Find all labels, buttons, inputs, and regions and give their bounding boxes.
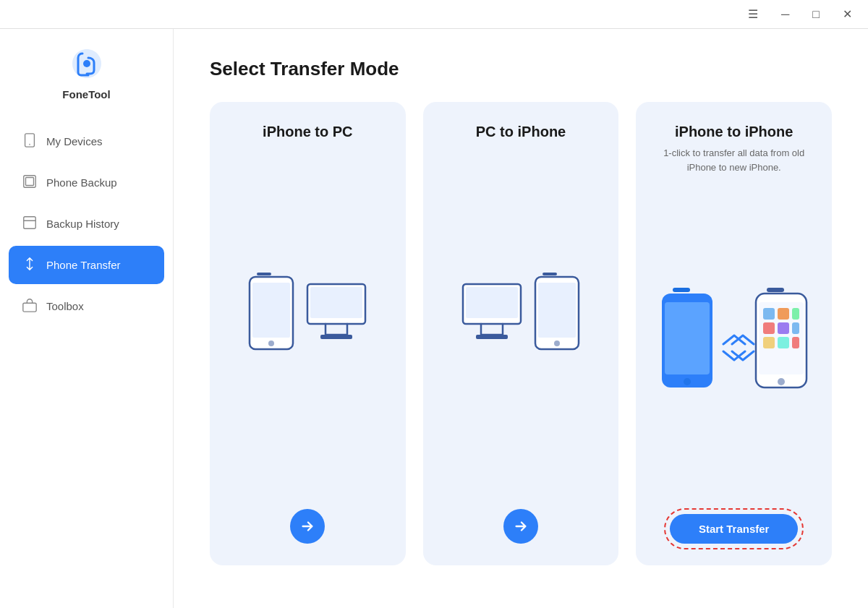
svg-rect-15 bbox=[320, 335, 352, 339]
svg-rect-31 bbox=[763, 308, 775, 320]
card-title-iphone-to-iphone: iPhone to iPhone bbox=[675, 124, 793, 140]
card-desc-iphone-to-iphone: 1-click to transfer all data from old iP… bbox=[650, 146, 817, 174]
svg-rect-33 bbox=[792, 308, 799, 320]
maximize-button[interactable]: □ bbox=[808, 5, 824, 24]
card-action-iphone-to-iphone: Start Transfer bbox=[650, 500, 817, 544]
iphone-to-iphone-illustration bbox=[655, 279, 814, 409]
logo-area: FoneTool bbox=[62, 43, 110, 100]
svg-rect-18 bbox=[476, 335, 508, 339]
app-logo bbox=[67, 43, 107, 84]
sidebar-item-phone-backup[interactable]: Phone Backup bbox=[9, 163, 164, 202]
sidebar-item-label: Phone Transfer bbox=[46, 259, 121, 271]
sidebar-item-my-devices[interactable]: My Devices bbox=[9, 122, 164, 160]
app-container: FoneTool My Devices Phone Backup bbox=[0, 29, 868, 608]
svg-rect-37 bbox=[763, 337, 775, 348]
svg-rect-39 bbox=[792, 337, 799, 348]
pc-to-iphone-illustration bbox=[448, 262, 593, 378]
svg-rect-21 bbox=[538, 283, 576, 338]
sidebar-item-label: Phone Backup bbox=[46, 176, 117, 189]
svg-rect-10 bbox=[257, 273, 271, 275]
svg-rect-11 bbox=[252, 283, 290, 338]
svg-point-12 bbox=[268, 341, 274, 346]
sidebar-item-backup-history[interactable]: Backup History bbox=[9, 205, 164, 243]
svg-rect-20 bbox=[542, 273, 557, 275]
close-button[interactable]: ✕ bbox=[838, 4, 856, 24]
card-action-pc-to-iphone bbox=[438, 494, 605, 544]
sidebar-nav: My Devices Phone Backup Backup History bbox=[0, 122, 173, 325]
card-title-pc-to-iphone: PC to iPhone bbox=[476, 124, 566, 140]
toolbox-icon bbox=[22, 297, 38, 315]
svg-rect-36 bbox=[792, 322, 799, 334]
iphone-to-pc-card[interactable]: iPhone to PC bbox=[210, 102, 406, 565]
svg-rect-8 bbox=[23, 303, 36, 312]
iphone-to-pc-arrow-button[interactable] bbox=[290, 509, 325, 544]
card-title-iphone-to-pc: iPhone to PC bbox=[263, 124, 352, 140]
titlebar: ☰ ─ □ ✕ bbox=[0, 0, 868, 29]
card-image-pc-to-iphone bbox=[448, 160, 593, 480]
history-icon bbox=[22, 215, 38, 233]
start-transfer-button[interactable]: Start Transfer bbox=[670, 514, 799, 544]
svg-rect-17 bbox=[466, 287, 518, 318]
svg-rect-6 bbox=[24, 217, 36, 229]
backup-icon bbox=[22, 174, 38, 192]
pc-to-iphone-card[interactable]: PC to iPhone bbox=[423, 102, 619, 565]
menu-button[interactable]: ☰ bbox=[744, 4, 762, 24]
sidebar: FoneTool My Devices Phone Backup bbox=[0, 29, 174, 608]
svg-point-1 bbox=[83, 60, 90, 67]
svg-point-30 bbox=[778, 378, 785, 385]
card-image-iphone-to-iphone bbox=[655, 203, 814, 485]
sidebar-item-toolbox[interactable]: Toolbox bbox=[9, 287, 164, 325]
cards-container: iPhone to PC bbox=[210, 102, 832, 565]
sidebar-item-label: Backup History bbox=[46, 218, 119, 230]
card-image-iphone-to-pc bbox=[235, 160, 380, 480]
card-action-iphone-to-pc bbox=[224, 494, 391, 544]
logo-text: FoneTool bbox=[62, 88, 110, 100]
main-content: Select Transfer Mode iPhone to PC bbox=[174, 29, 868, 608]
iphone-to-iphone-card[interactable]: iPhone to iPhone 1-click to transfer all… bbox=[636, 102, 832, 565]
sidebar-item-label: My Devices bbox=[46, 135, 103, 147]
transfer-icon bbox=[22, 256, 38, 274]
svg-rect-25 bbox=[665, 302, 710, 374]
sidebar-item-label: Toolbox bbox=[46, 300, 84, 312]
svg-rect-28 bbox=[767, 288, 784, 292]
svg-point-22 bbox=[554, 341, 560, 346]
page-title: Select Transfer Mode bbox=[210, 58, 832, 80]
svg-rect-34 bbox=[763, 322, 775, 334]
svg-rect-35 bbox=[778, 322, 789, 334]
pc-to-iphone-arrow-button[interactable] bbox=[503, 509, 538, 544]
svg-rect-24 bbox=[673, 288, 690, 292]
svg-rect-32 bbox=[778, 308, 789, 320]
svg-point-26 bbox=[684, 378, 691, 385]
svg-rect-5 bbox=[26, 178, 34, 186]
device-icon bbox=[22, 132, 38, 150]
svg-rect-38 bbox=[778, 337, 789, 348]
svg-rect-14 bbox=[310, 287, 362, 318]
minimize-button[interactable]: ─ bbox=[777, 5, 793, 24]
iphone-to-pc-illustration bbox=[235, 262, 380, 378]
sidebar-item-phone-transfer[interactable]: Phone Transfer bbox=[9, 246, 164, 284]
